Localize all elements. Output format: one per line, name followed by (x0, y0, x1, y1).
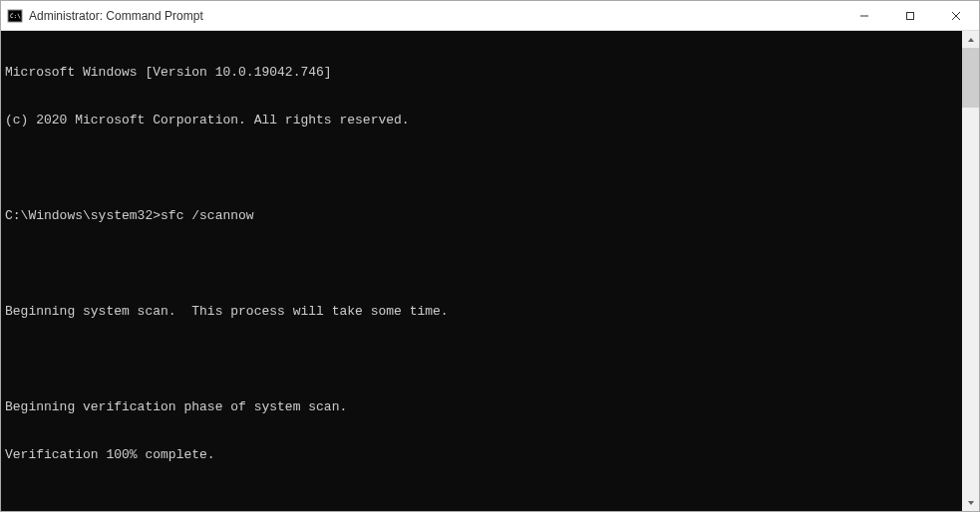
cmd-icon: C:\ (7, 8, 23, 24)
terminal-line: Verification 100% complete. (5, 447, 958, 463)
minimize-button[interactable] (841, 1, 887, 30)
scrollbar-thumb[interactable] (962, 48, 979, 108)
content-area: Microsoft Windows [Version 10.0.19042.74… (1, 31, 979, 511)
svg-marker-7 (968, 501, 974, 505)
terminal-line (5, 256, 958, 272)
terminal-line: Beginning system scan. This process will… (5, 304, 958, 320)
terminal-line (5, 495, 958, 511)
maximize-button[interactable] (887, 1, 933, 30)
window-title: Administrator: Command Prompt (29, 9, 841, 23)
terminal-line (5, 352, 958, 368)
svg-rect-3 (907, 12, 914, 19)
scrollbar-track[interactable] (962, 48, 979, 494)
scroll-down-button[interactable] (962, 494, 979, 511)
terminal-line: C:\Windows\system32>sfc /scannow (5, 208, 958, 224)
titlebar[interactable]: C:\ Administrator: Command Prompt (1, 1, 979, 31)
terminal-output[interactable]: Microsoft Windows [Version 10.0.19042.74… (1, 31, 962, 511)
scroll-up-button[interactable] (962, 31, 979, 48)
terminal-line: Microsoft Windows [Version 10.0.19042.74… (5, 65, 958, 81)
close-button[interactable] (933, 1, 979, 30)
svg-marker-6 (968, 38, 974, 42)
command-prompt-window: C:\ Administrator: Command Prompt Micros… (0, 0, 980, 512)
terminal-line: Beginning verification phase of system s… (5, 399, 958, 415)
terminal-line: (c) 2020 Microsoft Corporation. All righ… (5, 113, 958, 128)
vertical-scrollbar[interactable] (962, 31, 979, 511)
window-controls (841, 1, 979, 30)
terminal-line (5, 160, 958, 176)
svg-text:C:\: C:\ (10, 12, 21, 19)
